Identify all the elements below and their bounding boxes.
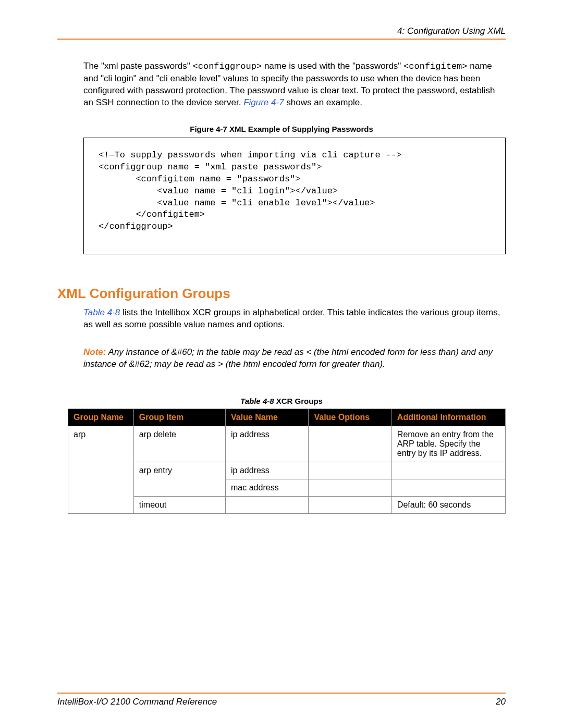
cell-ai bbox=[391, 462, 505, 479]
th-additional-info: Additional Information bbox=[391, 409, 505, 426]
cell-gi: arp delete bbox=[133, 426, 225, 462]
th-group-name: Group Name bbox=[68, 409, 134, 426]
page-footer: IntelliBox-I/O 2100 Command Reference 20 bbox=[57, 693, 506, 707]
cell-vo bbox=[309, 426, 391, 462]
footer-doc-title: IntelliBox-I/O 2100 Command Reference bbox=[57, 697, 217, 707]
th-value-name: Value Name bbox=[226, 409, 309, 426]
table-header-row: Group Name Group Item Value Name Value O… bbox=[68, 409, 506, 426]
table-caption-prefix: Table 4-8 bbox=[240, 397, 274, 405]
cell-vn bbox=[226, 497, 309, 514]
section-para-a-text: lists the Intellibox XCR groups in alpha… bbox=[83, 307, 500, 329]
cell-ai: Remove an entry from the ARP table. Spec… bbox=[391, 426, 505, 462]
xcr-groups-table: Group Name Group Item Value Name Value O… bbox=[68, 409, 506, 514]
body-paragraph-1: The "xml paste passwords" <configgroup> … bbox=[83, 60, 506, 109]
section-heading: XML Configuration Groups bbox=[57, 286, 506, 302]
table-caption-rest: XCR Groups bbox=[274, 397, 323, 405]
chapter-header: 4: Configuration Using XML bbox=[57, 26, 506, 36]
cell-vn: ip address bbox=[226, 426, 309, 462]
figure-caption: Figure 4-7 XML Example of Supplying Pass… bbox=[57, 125, 506, 133]
table-row: timeout Default: 60 seconds bbox=[68, 497, 506, 514]
note-label: Note: bbox=[83, 347, 106, 357]
p1-code1: <configgroup> bbox=[193, 61, 262, 71]
cell-vo bbox=[309, 497, 391, 514]
p1-seg2: name is used with the "passwords" bbox=[262, 61, 403, 71]
cell-ai bbox=[391, 479, 505, 497]
th-group-item: Group Item bbox=[133, 409, 225, 426]
cell-ai: Default: 60 seconds bbox=[391, 497, 505, 514]
cell-vn: ip address bbox=[226, 462, 309, 479]
cell-gn: arp bbox=[68, 426, 134, 514]
table-row: arp entry ip address bbox=[68, 462, 506, 479]
footer-rule bbox=[57, 693, 506, 694]
th-value-options: Value Options bbox=[309, 409, 391, 426]
note-text: Any instance of &#60; in the table may b… bbox=[83, 347, 493, 369]
cell-gi: arp entry bbox=[133, 462, 225, 497]
cell-vo bbox=[309, 462, 391, 479]
code-box: <!—To supply passwords when importing vi… bbox=[83, 138, 506, 255]
p1-seg4: shows an example. bbox=[284, 97, 362, 107]
table-link[interactable]: Table 4-8 bbox=[83, 307, 120, 317]
table-row: arp arp delete ip address Remove an entr… bbox=[68, 426, 506, 462]
note-paragraph: Note: Any instance of &#60; in the table… bbox=[83, 347, 506, 371]
footer-page-number: 20 bbox=[496, 697, 506, 707]
cell-gi: timeout bbox=[133, 497, 225, 514]
cell-vn: mac address bbox=[226, 479, 309, 497]
p1-seg1: The "xml paste passwords" bbox=[83, 61, 193, 71]
table-caption: Table 4-8 XCR Groups bbox=[57, 397, 506, 405]
figure-link[interactable]: Figure 4-7 bbox=[243, 97, 284, 107]
p1-code2: <configitem> bbox=[403, 61, 467, 71]
header-rule bbox=[57, 39, 506, 40]
cell-vo bbox=[309, 479, 391, 497]
section-para-a: Table 4-8 lists the Intellibox XCR group… bbox=[83, 307, 506, 331]
